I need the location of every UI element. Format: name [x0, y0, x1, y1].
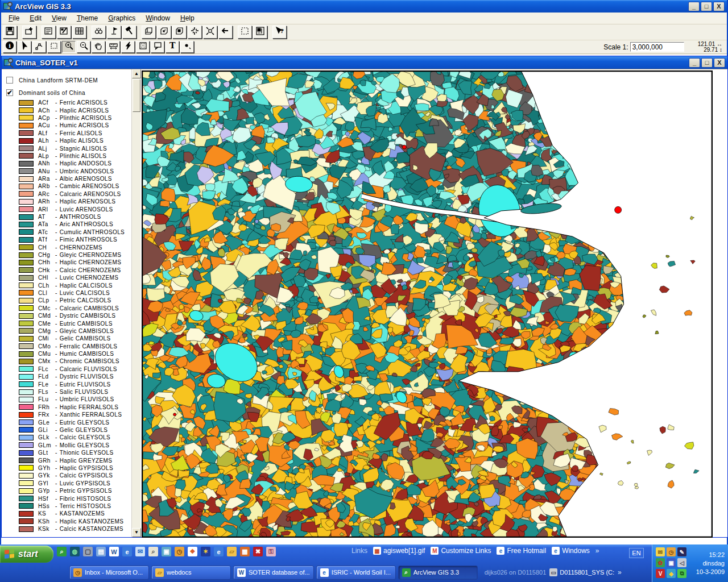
scroll-down-arrow-icon[interactable]: ▼: [132, 528, 141, 537]
calculator-icon[interactable]: ▦: [240, 547, 250, 556]
legend-item[interactable]: CHg-Gleyic CHERNOZEMS: [2, 251, 131, 259]
open-theme-table-button[interactable]: [72, 26, 86, 39]
legend-item[interactable]: FLd-Dystric FLUVISOLS: [2, 373, 131, 380]
area-of-interest-tool[interactable]: [136, 41, 150, 53]
identify-tool[interactable]: i: [3, 41, 16, 53]
view-maximize-button[interactable]: □: [701, 58, 713, 68]
legend-item[interactable]: GLi-Gelic GLEYSOLS: [2, 426, 131, 434]
layout-button[interactable]: [253, 26, 267, 39]
legend-item[interactable]: ARb-Cambic ARENOSOLS: [2, 182, 131, 190]
link-customize-links[interactable]: MCustomize Links: [431, 547, 491, 555]
legend-item[interactable]: CHh-Haplic CHERNOZEMS: [2, 259, 131, 266]
legend-item[interactable]: AT-ANTHROSOLS: [2, 213, 131, 221]
legend-item[interactable]: CMo-Ferralic CAMBISOLS: [2, 343, 131, 350]
taskbar-task-inbox-microsoft-o-[interactable]: ◷Inbox - Microsoft O...: [69, 566, 149, 580]
view-close-button[interactable]: X: [714, 58, 725, 68]
vertex-edit-tool[interactable]: [32, 41, 46, 53]
zoom-in-tool[interactable]: [62, 41, 76, 53]
legend-item[interactable]: CMd-Dystric CAMBISOLS: [2, 312, 131, 319]
save-project-button[interactable]: [3, 26, 17, 39]
menu-graphics[interactable]: Graphics: [103, 13, 140, 23]
legend-item[interactable]: CMg-Gleyic CAMBISOLS: [2, 327, 131, 335]
password-key-icon[interactable]: ⚿: [266, 547, 276, 556]
legend-item[interactable]: GYh-Haplic GYPSISOLS: [2, 464, 131, 472]
hotlink-tool[interactable]: [121, 41, 135, 53]
zoom-in-fixed-button[interactable]: [188, 26, 202, 39]
measure-tool[interactable]: [106, 41, 120, 53]
legend-item[interactable]: CMe-Eutric CAMBISOLS: [2, 319, 131, 327]
legend-item[interactable]: ATf-Fimic ANTHROSOLS: [2, 236, 131, 243]
view-minimize-button[interactable]: _: [689, 58, 700, 68]
network-status-icon[interactable]: ⧉: [677, 569, 686, 578]
legend-item[interactable]: ATa-Aric ANTHROSOLS: [2, 221, 131, 228]
zoom-out-fixed-button[interactable]: [203, 26, 217, 39]
maximize-button[interactable]: □: [701, 2, 712, 11]
help-button[interactable]: ?: [272, 26, 287, 39]
mapped-drive-item[interactable]: ▭D0115801_SYS (C:: [549, 568, 614, 576]
legend-item[interactable]: CH-CHERNOZEMS: [2, 243, 131, 251]
layer-checkbox[interactable]: ✔: [6, 89, 13, 96]
journal-pencil-icon[interactable]: ✎: [677, 547, 686, 556]
search-document-icon[interactable]: ⌕: [148, 547, 158, 556]
legend-item[interactable]: KSk-Calcic KASTANOZEMS: [2, 525, 131, 533]
zoom-active-theme-button[interactable]: [157, 26, 171, 39]
legend-item[interactable]: KS-KASTANOZEMS: [2, 510, 131, 517]
legend-item[interactable]: FRh-Haplic FERRALSOLS: [2, 404, 131, 411]
legend-item[interactable]: CMu-Humic CAMBISOLS: [2, 350, 131, 357]
legend-item[interactable]: ALf-Ferric ALISOLS: [2, 130, 131, 137]
pointer-tool[interactable]: [18, 41, 31, 53]
menu-edit[interactable]: Edit: [24, 13, 47, 23]
zoom-full-extent-button[interactable]: [142, 26, 156, 39]
volume-icon[interactable]: ◁: [677, 558, 686, 567]
taskbar-task-soter-database-of-[interactable]: WSOTER database of...: [233, 566, 314, 580]
draw-point-tool[interactable]: [180, 41, 194, 53]
remote-screen-icon[interactable]: ▣: [667, 558, 676, 567]
legend-item[interactable]: GYp-Petric GYPSISOLS: [2, 487, 131, 494]
legend-item[interactable]: GYl-Luvic GYPSISOLS: [2, 480, 131, 487]
legend-item[interactable]: ANh-Haplic ANDOSOLS: [2, 160, 131, 167]
zoom-selected-button[interactable]: [172, 26, 187, 39]
legend-item[interactable]: CHl-Luvic CHERNOZEMS: [2, 274, 131, 281]
legend-item[interactable]: GLm-Mollic GLEYSOLS: [2, 442, 131, 449]
legend-item[interactable]: CMi-Gelic CAMBISOLS: [2, 335, 131, 342]
menu-view[interactable]: View: [47, 13, 72, 23]
menu-file[interactable]: File: [3, 13, 24, 23]
scroll-up-arrow-icon[interactable]: ▲: [132, 69, 141, 78]
taskbar-task-arcview-gis-3-3[interactable]: ⌕ArcView GIS 3.3: [398, 566, 478, 580]
legend-item[interactable]: HSf-Fibric HISTOSOLS: [2, 494, 131, 502]
outlook-clock-icon[interactable]: ◷: [667, 547, 676, 556]
label-tool[interactable]: [151, 41, 164, 53]
legend-item[interactable]: FLs-Salic FLUVISOLS: [2, 388, 131, 396]
select-none-button[interactable]: [238, 26, 252, 39]
legend-item[interactable]: KSh-Haplic KASTANOZEMS: [2, 517, 131, 525]
antivirus-shield-icon[interactable]: V: [656, 569, 665, 578]
pan-tool[interactable]: [92, 41, 105, 53]
legend-item[interactable]: CHk-Calcic CHERNOZEMS: [2, 267, 131, 274]
legend-item[interactable]: GYk-Calcic GYPSISOLS: [2, 472, 131, 479]
legend-item[interactable]: ALj-Stagnic ALISOLS: [2, 144, 131, 152]
legend-item[interactable]: ACp-Plinthic ACRISOLS: [2, 114, 131, 122]
layer-checkbox[interactable]: [6, 77, 13, 84]
legend-item[interactable]: ATc-Cumulic ANTHROSOLS: [2, 228, 131, 236]
notes-document-icon[interactable]: ▤: [96, 547, 106, 556]
layer-row[interactable]: China Landform SRTM-DEM: [2, 74, 131, 86]
legend-item[interactable]: GLt-Thionic GLEYSOLS: [2, 449, 131, 456]
map-view[interactable]: [142, 71, 712, 537]
add-theme-button[interactable]: [22, 26, 36, 39]
zoom-previous-button[interactable]: [218, 26, 233, 39]
legend-item[interactable]: ACu-Humic ACRISOLS: [2, 122, 131, 129]
layer-row[interactable]: ✔Dominant soils of China: [2, 86, 131, 99]
view-titlebar[interactable]: China_SOTER_v1 _ □ X: [2, 56, 727, 69]
start-button[interactable]: start: [0, 546, 53, 563]
deskband-overflow-chevron[interactable]: »: [618, 568, 622, 576]
legend-item[interactable]: ALp-Plinthic ALISOLS: [2, 152, 131, 160]
outlook-express-icon[interactable]: ✉: [135, 547, 145, 556]
internet-explorer2-icon[interactable]: e: [214, 547, 224, 556]
zoom-out-tool[interactable]: [77, 41, 90, 53]
picture-viewer-icon[interactable]: ❖: [188, 547, 197, 556]
legend-item[interactable]: HSs-Terric HISTOSOLS: [2, 502, 131, 510]
legend-item[interactable]: FRx-Xanthic FERRALSOLS: [2, 411, 131, 418]
legend-item[interactable]: ARc-Calcaric ARENOSOLS: [2, 190, 131, 198]
word-icon[interactable]: W: [109, 547, 119, 556]
outlook-icon[interactable]: ◷: [175, 547, 184, 556]
